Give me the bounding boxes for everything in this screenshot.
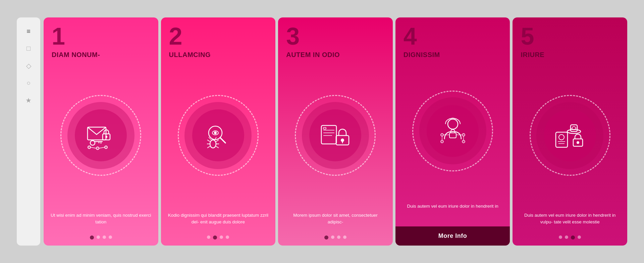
card-3-icon-outer bbox=[302, 102, 369, 169]
card-2-icon-outer bbox=[184, 102, 252, 169]
dot[interactable] bbox=[97, 235, 100, 239]
dot[interactable] bbox=[324, 235, 328, 240]
dot[interactable] bbox=[220, 235, 223, 239]
svg-line-20 bbox=[216, 140, 219, 142]
svg-point-14 bbox=[212, 131, 218, 135]
svg-rect-45 bbox=[556, 132, 568, 147]
card-4-icon-area bbox=[395, 59, 510, 203]
hacker-icon bbox=[436, 114, 470, 148]
svg-rect-25 bbox=[321, 125, 336, 144]
svg-rect-44 bbox=[571, 125, 577, 132]
svg-point-16 bbox=[210, 140, 216, 148]
diamond-icon[interactable]: ◇ bbox=[26, 62, 31, 70]
svg-point-8 bbox=[96, 147, 99, 150]
data-lock-icon bbox=[319, 119, 352, 152]
menu-icon[interactable]: ≡ bbox=[26, 28, 31, 35]
svg-line-23 bbox=[209, 137, 211, 140]
svg-line-17 bbox=[207, 140, 210, 142]
dot[interactable] bbox=[226, 235, 229, 239]
card-2-icon-inner bbox=[192, 109, 244, 161]
svg-point-31 bbox=[341, 139, 344, 142]
card-4-icon-inner bbox=[427, 105, 479, 157]
svg-point-37 bbox=[441, 140, 443, 143]
dot[interactable] bbox=[109, 235, 112, 239]
svg-point-15 bbox=[214, 132, 216, 134]
star-icon[interactable]: ★ bbox=[25, 96, 32, 104]
svg-point-3 bbox=[90, 141, 95, 145]
dot[interactable] bbox=[213, 235, 217, 240]
card-3-title: AUTEM IN ODIO bbox=[278, 48, 393, 59]
main-container: ≡ □ ◇ ○ ★ 1 DIAM NONUM- bbox=[17, 11, 627, 252]
card-3-number: 3 bbox=[278, 17, 393, 48]
card-5-icon-area bbox=[513, 59, 627, 212]
card-2-dots bbox=[161, 235, 276, 246]
card-5-number: 5 bbox=[513, 17, 627, 48]
svg-rect-34 bbox=[449, 133, 456, 138]
cards-container: 1 DIAM NONUM- bbox=[44, 14, 627, 249]
svg-point-43 bbox=[567, 129, 581, 134]
card-1-title: DIAM NONUM- bbox=[44, 48, 158, 59]
svg-line-53 bbox=[571, 128, 572, 129]
svg-line-22 bbox=[216, 146, 219, 148]
svg-point-51 bbox=[572, 126, 576, 130]
card-2-icon-area bbox=[161, 59, 276, 212]
card-4-desc: Duis autem vel eum iriure dolor in hendr… bbox=[395, 203, 510, 226]
more-info-button[interactable]: More Info bbox=[395, 226, 510, 246]
card-5-desc: Duis autem vel eum iriure dolor in hendr… bbox=[513, 212, 627, 235]
svg-point-35 bbox=[441, 134, 443, 136]
dot[interactable] bbox=[331, 235, 334, 239]
svg-line-24 bbox=[215, 137, 216, 140]
card-4: 4 DIGNISSIM bbox=[395, 17, 510, 246]
card-4-title: DIGNISSIM bbox=[395, 48, 510, 59]
dot[interactable] bbox=[571, 235, 575, 240]
card-5-icon-outer bbox=[536, 102, 603, 169]
card-1-number: 1 bbox=[44, 17, 158, 48]
card-2: 2 ULLAMCING bbox=[161, 17, 276, 246]
svg-line-13 bbox=[220, 138, 225, 143]
circle-icon[interactable]: ○ bbox=[26, 79, 31, 87]
dot[interactable] bbox=[578, 235, 581, 239]
svg-line-19 bbox=[207, 146, 210, 148]
svg-point-50 bbox=[577, 142, 579, 144]
card-3: 3 AUTEM IN ODIO bbox=[278, 17, 393, 246]
card-3-dots bbox=[278, 235, 393, 246]
svg-point-46 bbox=[559, 135, 564, 140]
bug-search-icon bbox=[201, 119, 235, 152]
dot[interactable] bbox=[103, 235, 106, 239]
svg-rect-49 bbox=[573, 139, 583, 146]
card-4-number: 4 bbox=[395, 17, 510, 48]
card-1: 1 DIAM NONUM- bbox=[44, 17, 158, 246]
dot[interactable] bbox=[207, 235, 210, 239]
card-3-icon-area bbox=[278, 59, 393, 212]
card-4-icon-outer bbox=[419, 97, 486, 164]
spy-icon bbox=[553, 119, 587, 152]
svg-point-33 bbox=[448, 119, 458, 129]
svg-point-2 bbox=[106, 136, 107, 138]
card-1-icon-outer bbox=[67, 102, 135, 169]
svg-point-38 bbox=[462, 140, 465, 143]
sidebar: ≡ □ ◇ ○ ★ bbox=[17, 17, 40, 246]
svg-point-12 bbox=[209, 126, 222, 140]
card-1-icon-area bbox=[44, 59, 158, 212]
svg-rect-30 bbox=[336, 136, 349, 145]
svg-point-36 bbox=[462, 134, 465, 136]
svg-rect-0 bbox=[88, 127, 106, 140]
card-5-dots bbox=[513, 235, 627, 246]
card-1-dots bbox=[44, 235, 158, 246]
square-icon[interactable]: □ bbox=[26, 45, 31, 52]
card-2-title: ULLAMCING bbox=[161, 48, 276, 59]
dot[interactable] bbox=[565, 235, 568, 239]
card-5: 5 IRIURE bbox=[513, 17, 627, 246]
dot[interactable] bbox=[343, 235, 346, 239]
svg-point-7 bbox=[88, 146, 91, 149]
card-1-icon-inner bbox=[75, 109, 127, 161]
dot[interactable] bbox=[337, 235, 340, 239]
card-3-icon-inner bbox=[309, 109, 361, 161]
card-2-number: 2 bbox=[161, 17, 276, 48]
card-2-desc: Kodio dignissim qui blandit praesent lup… bbox=[161, 212, 276, 235]
dot[interactable] bbox=[90, 235, 94, 240]
dot[interactable] bbox=[559, 235, 562, 239]
email-lock-icon bbox=[84, 119, 118, 152]
svg-point-9 bbox=[105, 146, 107, 149]
card-5-title: IRIURE bbox=[513, 48, 627, 59]
